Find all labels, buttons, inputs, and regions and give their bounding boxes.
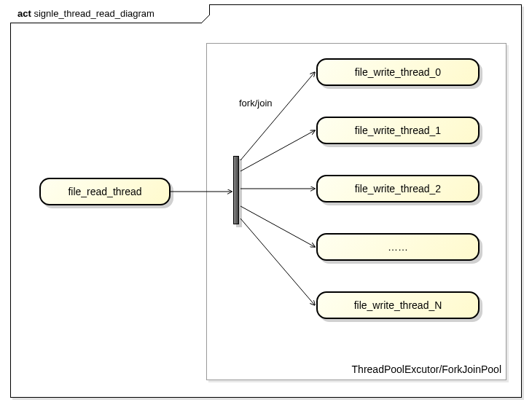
pool-frame: ThreadPoolExcutor/ForkJoinPool bbox=[206, 43, 506, 380]
w2-label: file_write_thread_2 bbox=[355, 183, 441, 194]
w2-node: file_write_thread_2 bbox=[316, 175, 480, 202]
diagram-title-tab: act signle_thread_read_diagram bbox=[10, 4, 210, 23]
wN-label: file_write_thread_N bbox=[354, 299, 442, 311]
fork-bar bbox=[233, 156, 239, 224]
w0-node: file_write_thread_0 bbox=[316, 58, 480, 86]
w1-label: file_write_thread_1 bbox=[355, 125, 441, 136]
wN-node: file_write_thread_N bbox=[316, 291, 480, 319]
w1-node: file_write_thread_1 bbox=[316, 117, 480, 144]
dots-label: …… bbox=[388, 241, 408, 253]
read-node-label: file_read_thread bbox=[68, 186, 141, 197]
forkjoin-edge-label: fork/join bbox=[239, 98, 273, 109]
w0-label: file_write_thread_0 bbox=[355, 66, 441, 78]
diagram-title: signle_thread_read_diagram bbox=[34, 8, 154, 19]
read-node: file_read_thread bbox=[39, 178, 171, 205]
pool-frame-label: ThreadPoolExcutor/ForkJoinPool bbox=[352, 363, 501, 375]
diagram-title-prefix: act bbox=[17, 8, 31, 19]
dots-node: …… bbox=[316, 233, 480, 261]
